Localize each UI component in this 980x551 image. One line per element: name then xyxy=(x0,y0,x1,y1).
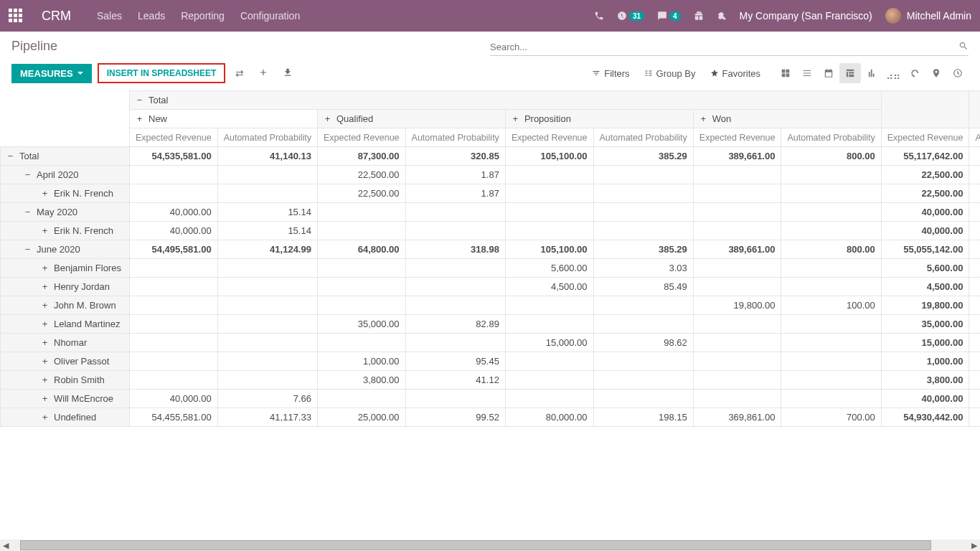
cell xyxy=(781,222,881,240)
cell xyxy=(693,390,781,408)
cell: 41,117.33 xyxy=(217,408,317,427)
cell: 25,000.00 xyxy=(317,408,405,427)
cell: 55,117,642.00 xyxy=(881,147,969,166)
expand-icon[interactable]: + xyxy=(41,412,49,423)
cell xyxy=(217,259,317,278)
row-header[interactable]: −May 2020 xyxy=(1,203,130,222)
expand-icon[interactable]: + xyxy=(41,319,49,329)
expand-icon[interactable]: + xyxy=(41,281,49,292)
cell xyxy=(130,259,218,278)
view-list[interactable] xyxy=(796,63,818,83)
cell xyxy=(969,259,980,278)
company-selector[interactable]: My Company (San Francisco) xyxy=(740,10,872,22)
cell xyxy=(693,315,781,334)
cell: 100.00 xyxy=(781,296,881,315)
table-row: −April 202022,500.001.8722,500.00 xyxy=(1,166,981,184)
control-panel-bottom: MEASURES INSERT IN SPREADSHEET ⇄ Filters… xyxy=(0,60,980,90)
row-header[interactable]: +Will McEncroe xyxy=(1,390,130,408)
view-activity[interactable] xyxy=(947,63,969,83)
row-header[interactable]: −Total xyxy=(1,147,130,166)
row-header[interactable]: −April 2020 xyxy=(1,166,130,184)
collapse-icon[interactable]: − xyxy=(136,95,143,105)
cell xyxy=(405,278,505,296)
cell xyxy=(693,203,781,222)
cell: 389,661.00 xyxy=(693,147,781,166)
expand-icon[interactable]: + xyxy=(41,393,49,404)
cell: 22,500.00 xyxy=(317,184,405,203)
search-box[interactable] xyxy=(490,39,969,56)
expand-icon[interactable]: + xyxy=(41,375,49,385)
collapse-icon[interactable]: − xyxy=(24,244,32,255)
collapse-icon[interactable]: − xyxy=(24,207,32,217)
view-graph[interactable] xyxy=(861,63,882,83)
cell xyxy=(969,315,980,334)
expand-icon[interactable]: + xyxy=(41,356,49,367)
cell xyxy=(593,390,693,408)
cell xyxy=(217,371,317,390)
view-pivot[interactable] xyxy=(839,63,861,83)
tools-icon[interactable] xyxy=(717,11,727,21)
cell: 7.66 xyxy=(217,390,317,408)
groupby-button[interactable]: Group By xyxy=(644,68,696,79)
search-icon[interactable] xyxy=(958,41,969,53)
expand-icon[interactable]: + xyxy=(41,300,49,311)
expand-icon[interactable]: + xyxy=(699,113,707,124)
activities-icon[interactable]: 31 xyxy=(617,11,644,21)
expand-icon[interactable]: + xyxy=(512,113,519,124)
cell xyxy=(130,315,218,334)
cell: 35,000.00 xyxy=(317,315,405,334)
row-header[interactable]: +Erik N. French xyxy=(1,222,130,240)
phone-icon[interactable] xyxy=(594,11,604,21)
view-dashboard[interactable]: ⣠⣤ xyxy=(882,63,904,83)
view-map[interactable] xyxy=(925,63,947,83)
expand-icon[interactable]: + xyxy=(41,263,49,273)
messages-icon[interactable]: 4 xyxy=(657,11,681,21)
cell: 19,800.00 xyxy=(693,296,781,315)
search-input[interactable] xyxy=(490,42,958,52)
filters-button[interactable]: Filters xyxy=(592,68,629,79)
row-header[interactable]: +Oliver Passot xyxy=(1,352,130,371)
nav-configuration[interactable]: Configuration xyxy=(240,10,300,22)
insert-spreadsheet-button[interactable]: INSERT IN SPREADSHEET xyxy=(98,63,226,83)
measures-button[interactable]: MEASURES xyxy=(11,64,92,83)
collapse-icon[interactable]: − xyxy=(24,169,32,180)
user-menu[interactable]: Mitchell Admin xyxy=(885,8,971,24)
view-kanban[interactable] xyxy=(775,63,796,83)
row-header[interactable]: +Leland Martinez xyxy=(1,315,130,334)
table-row: +John M. Brown19,800.00100.0019,800.00 xyxy=(1,296,981,315)
flip-axis-icon[interactable]: ⇄ xyxy=(231,65,248,82)
brand[interactable]: CRM xyxy=(42,9,71,24)
download-icon[interactable] xyxy=(278,65,297,83)
row-header[interactable]: −June 2020 xyxy=(1,240,130,259)
nav-reporting[interactable]: Reporting xyxy=(181,10,225,22)
view-calendar[interactable] xyxy=(818,63,839,83)
row-header[interactable]: +Robin Smith xyxy=(1,371,130,390)
expand-all-icon[interactable] xyxy=(254,65,273,83)
pivot-table-wrapper[interactable]: −Total+New+Qualified+Proposition+WonExpe… xyxy=(0,90,980,427)
cell xyxy=(405,390,505,408)
cell xyxy=(781,166,881,184)
collapse-icon[interactable]: − xyxy=(6,151,14,161)
expand-icon[interactable]: + xyxy=(41,188,49,199)
nav-sales[interactable]: Sales xyxy=(97,10,122,22)
cell xyxy=(317,278,405,296)
row-header[interactable]: +Henry Jordan xyxy=(1,278,130,296)
row-header[interactable]: +Benjamin Flores xyxy=(1,259,130,278)
gift-icon[interactable] xyxy=(694,11,704,21)
cell: 389,661.00 xyxy=(693,240,781,259)
row-header[interactable]: +Nhomar xyxy=(1,334,130,352)
nav-leads[interactable]: Leads xyxy=(138,10,165,22)
cell xyxy=(317,203,405,222)
view-cohort[interactable] xyxy=(904,63,925,83)
cell xyxy=(781,184,881,203)
favorites-button[interactable]: Favorites xyxy=(710,68,760,79)
row-header[interactable]: +Undefined xyxy=(1,408,130,427)
row-header[interactable]: +Erik N. French xyxy=(1,184,130,203)
row-header[interactable]: +John M. Brown xyxy=(1,296,130,315)
expand-icon[interactable]: + xyxy=(41,225,49,236)
cell xyxy=(130,278,218,296)
apps-icon[interactable] xyxy=(9,9,23,23)
expand-icon[interactable]: + xyxy=(41,337,49,348)
expand-icon[interactable]: + xyxy=(324,113,331,124)
expand-icon[interactable]: + xyxy=(136,113,143,124)
